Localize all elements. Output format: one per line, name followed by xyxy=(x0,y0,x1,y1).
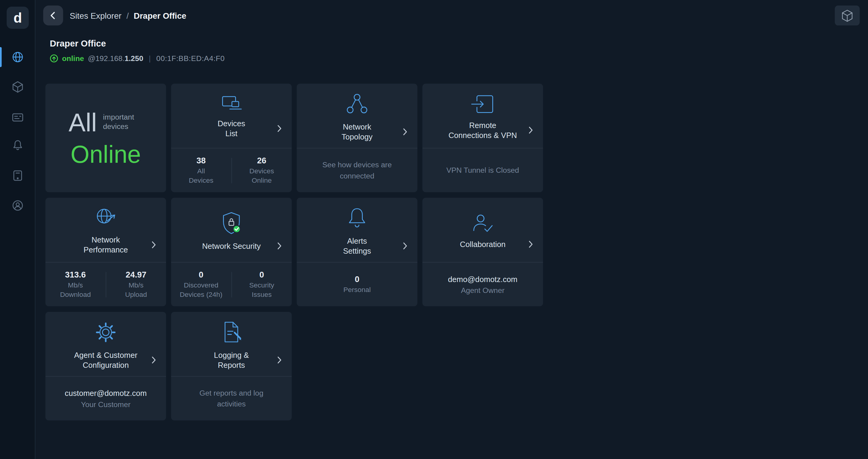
shield-check-icon xyxy=(219,211,244,235)
stat-label: Mb/s Upload xyxy=(106,281,166,299)
topology-icon xyxy=(345,92,369,116)
summary-content: All important devices Online xyxy=(68,109,143,166)
card-title-row: Network Security xyxy=(171,241,292,251)
site-status-row: online @192.168.1.250 | 00:1F:BB:ED:A4:F… xyxy=(50,53,225,63)
status-online-label: online xyxy=(62,54,84,62)
sidebar-item-subscriptions[interactable] xyxy=(0,107,35,128)
card-top: Collaboration xyxy=(422,198,543,262)
card-top: Alerts Settings xyxy=(297,198,417,262)
card-title: Network Performance xyxy=(84,235,128,255)
chevron-right-icon xyxy=(277,242,282,250)
card-top: Logging & Reports xyxy=(171,312,292,376)
card-title-row: Collaboration xyxy=(422,239,543,250)
alerts-settings-card[interactable]: Alerts Settings 0 Personal xyxy=(297,198,417,306)
card-bottom: 0 Personal xyxy=(297,262,417,307)
stat-value: 38 xyxy=(171,156,231,165)
remote-connections-vpn-card[interactable]: Remote Connections & VPN VPN Tunnel is C… xyxy=(422,84,543,192)
resources-button[interactable] xyxy=(835,5,860,25)
card-bottom: customer@domotz.com Your Customer xyxy=(45,376,166,420)
stat-devices-online: 26 Devices Online xyxy=(232,156,292,185)
title-line: Network xyxy=(342,122,373,132)
status-ip: @192.168.1.250 xyxy=(88,54,143,62)
stat-download: 313.6 Mb/s Download xyxy=(45,270,105,299)
card-description: Get reports and log activities xyxy=(171,388,292,409)
stats-row: 0 Discovered Devices (24h) 0 Security Is… xyxy=(171,270,292,299)
title-line: Network xyxy=(84,235,128,245)
card-title-row: Agent & Customer Configuration xyxy=(45,350,166,370)
chevron-right-icon xyxy=(403,242,407,250)
stat-upload: 24.97 Mb/s Upload xyxy=(106,270,166,299)
card-title: Network Security xyxy=(202,241,261,251)
chevron-right-icon xyxy=(529,240,533,249)
stat-label: Mb/s Download xyxy=(45,281,105,299)
collaboration-card[interactable]: Collaboration demo@domotz.com Agent Owne… xyxy=(422,198,543,306)
sidebar-item-sites[interactable] xyxy=(0,47,35,68)
ip-prefix: @192.168. xyxy=(88,54,125,62)
document-pencil-icon xyxy=(219,320,244,344)
card-bottom: VPN Tunnel is Closed xyxy=(422,148,543,192)
card-bottom: demo@domotz.com Agent Owner xyxy=(422,262,543,307)
stats-row: 0 Personal xyxy=(297,275,417,294)
card-title: Remote Connections & VPN xyxy=(448,120,517,140)
title-line: Settings xyxy=(343,246,371,256)
summary-label: important devices xyxy=(103,113,143,131)
remote-device-icon xyxy=(12,169,24,181)
devices-list-card[interactable]: Devices List 38 All Devices xyxy=(171,84,292,192)
stat-security-issues: 0 Security Issues xyxy=(232,270,292,299)
chevron-right-icon xyxy=(277,124,282,133)
chevron-right-icon xyxy=(152,241,156,249)
title-line: Alerts xyxy=(343,236,371,246)
active-indicator xyxy=(0,47,2,67)
breadcrumb-separator: / xyxy=(126,11,129,20)
sidebar: d xyxy=(0,0,35,459)
title-line: Topology xyxy=(342,132,373,142)
status-mac-address: 00:1F:BB:ED:A4:F0 xyxy=(156,54,225,62)
back-button[interactable] xyxy=(43,5,63,25)
sidebar-item-account[interactable] xyxy=(0,195,35,216)
contact-block: demo@domotz.com Agent Owner xyxy=(422,275,543,294)
agent-customer-configuration-card[interactable]: Agent & Customer Configuration customer@… xyxy=(45,312,166,420)
card-bottom: See how devices are connected xyxy=(297,148,417,192)
card-bottom: 313.6 Mb/s Download 24.97 Mb/s Upload xyxy=(45,262,166,307)
summary-all-text: All xyxy=(68,109,97,135)
card-top: Agent & Customer Configuration xyxy=(45,312,166,376)
card-top: Devices List xyxy=(171,84,292,148)
card-title: Devices List xyxy=(218,118,245,139)
contact-email: demo@domotz.com xyxy=(422,275,543,283)
domotz-logo[interactable]: d xyxy=(7,7,29,29)
sidebar-item-inventory[interactable] xyxy=(0,77,35,97)
network-topology-card[interactable]: Network Topology See how devices are con… xyxy=(297,84,417,192)
card-title-row: Remote Connections & VPN xyxy=(422,120,543,140)
contact-role: Agent Owner xyxy=(422,286,543,294)
stat-label: Discovered Devices (24h) xyxy=(171,281,231,299)
stats-row: 38 All Devices 26 Devices Online xyxy=(171,156,292,185)
card-description: See how devices are connected xyxy=(297,160,417,181)
page-title: Draper Office xyxy=(50,39,106,49)
title-line: List xyxy=(218,128,245,139)
card-title-row: Network Topology xyxy=(297,122,417,142)
feature-cards-grid: All important devices Online Devices Lis… xyxy=(45,84,543,420)
network-performance-card[interactable]: Network Performance 313.6 Mb/s Download xyxy=(45,198,166,306)
title-line: Remote xyxy=(448,120,517,130)
remote-arrow-icon xyxy=(470,93,495,114)
logging-reports-card[interactable]: Logging & Reports Get reports and log ac… xyxy=(171,312,292,420)
devices-icon xyxy=(219,95,244,113)
package-cube-icon xyxy=(841,9,853,22)
stat-value: 0 xyxy=(232,270,292,279)
stat-value: 26 xyxy=(232,156,292,165)
contact-role: Your Customer xyxy=(45,400,166,408)
card-title: Logging & Reports xyxy=(214,350,249,370)
sidebar-item-alerts[interactable] xyxy=(0,135,35,156)
title-line: Connections & VPN xyxy=(448,130,517,140)
title-line: Reports xyxy=(214,360,249,370)
stat-label: All Devices xyxy=(171,167,231,185)
title-line: Devices xyxy=(218,118,245,128)
contact-email: customer@domotz.com xyxy=(45,389,166,397)
contact-block: customer@domotz.com Your Customer xyxy=(45,389,166,408)
network-security-card[interactable]: Network Security 0 Discovered Devices (2… xyxy=(171,198,292,306)
all-devices-status-card[interactable]: All important devices Online xyxy=(45,84,166,192)
card-title-row: Logging & Reports xyxy=(171,350,292,370)
breadcrumb-sites-explorer[interactable]: Sites Explorer xyxy=(70,11,121,20)
summary-online-status: Online xyxy=(71,142,141,166)
sidebar-item-remote[interactable] xyxy=(0,165,35,186)
